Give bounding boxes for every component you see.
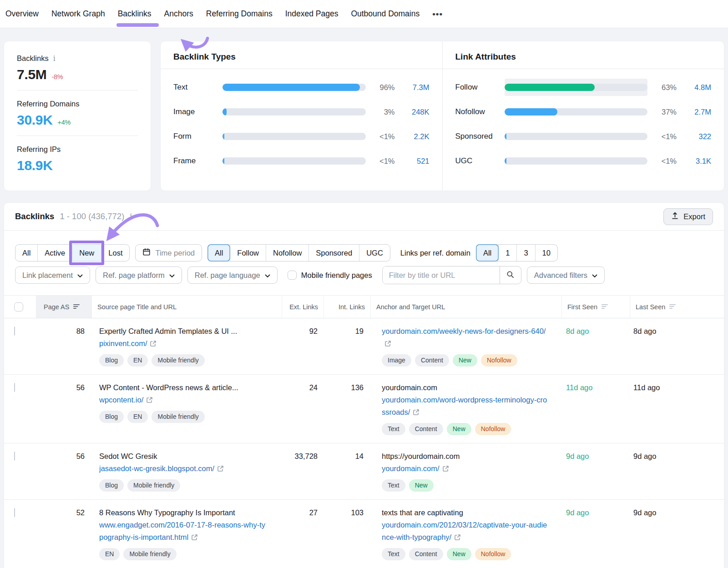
dropdown-ref-page-platform[interactable]: Ref. page platform — [96, 266, 182, 284]
filter-links-per-domain-10[interactable]: 10 — [535, 245, 557, 261]
filter-status-lost[interactable]: Lost — [101, 245, 129, 261]
bar-track — [505, 79, 648, 96]
export-button[interactable]: Export — [663, 208, 713, 225]
bar-value-link[interactable]: 4.8M — [677, 83, 711, 92]
chevron-down-icon — [592, 271, 597, 280]
mobile-friendly-checkbox[interactable] — [288, 271, 297, 280]
filter-follow-ugc[interactable]: UGC — [359, 245, 390, 261]
source-url-link[interactable]: pixinvent.com/ — [99, 339, 157, 347]
more-tabs-button[interactable]: ••• — [432, 9, 443, 19]
external-link-icon[interactable] — [217, 463, 224, 476]
external-link-icon[interactable] — [413, 407, 420, 419]
filter-status-new[interactable]: New — [72, 245, 101, 261]
dropdown-ref-page-language[interactable]: Ref. page language — [187, 266, 278, 284]
filter-status-active[interactable]: Active — [37, 245, 72, 261]
anchor-text: https://yourdomain.com — [382, 450, 551, 462]
target-url-link[interactable]: yourdomain.com/word-wordpress-terminolog… — [382, 396, 547, 416]
info-icon[interactable]: i — [53, 55, 56, 62]
stat-value: 7.5M-8% — [17, 67, 138, 82]
source-url-link[interactable]: wpcontent.io/ — [99, 396, 153, 404]
external-link-icon[interactable] — [454, 532, 461, 544]
target-url-link[interactable]: yourdomain.com/2012/03/12/captivate-your… — [382, 521, 547, 541]
bar-row-nofollow: Nofollow37%2.7M — [455, 100, 712, 124]
nav-tab-overview[interactable]: Overview — [5, 9, 39, 19]
row-checkbox[interactable] — [14, 508, 15, 517]
bar-value-link[interactable]: 248K — [395, 108, 430, 116]
filter-input[interactable] — [383, 266, 500, 284]
filter-follow-sponsored[interactable]: Sponsored — [308, 245, 359, 261]
bar-fill — [222, 84, 360, 91]
nav-tab-indexed-pages[interactable]: Indexed Pages — [285, 9, 339, 19]
tag-mobile-friendly: Mobile friendly — [152, 354, 204, 367]
backlink-types-header: Backlink Types — [161, 41, 442, 69]
source-url-link[interactable]: www.engadget.com/2016-07-17-8-reasons-wh… — [99, 521, 265, 541]
url-line: wpcontent.io/ — [99, 394, 269, 407]
source-url-link[interactable]: jasasedot-wc-gresik.blogspot.com/ — [99, 464, 224, 472]
stat-label: Referring IPs — [17, 145, 138, 154]
bar-value-link[interactable]: 7.3M — [395, 83, 430, 92]
filter-follow-nofollow[interactable]: Nofollow — [266, 245, 308, 261]
tag-new: New — [447, 423, 471, 435]
bar-value-link[interactable]: 322 — [677, 132, 711, 141]
filter-follow-follow[interactable]: Follow — [230, 245, 266, 261]
anchor-cell: yourdomain.comyourdomain.com/word-wordpr… — [370, 375, 561, 443]
table-row: 88Expertly Crafted Admin Templates & UI … — [4, 318, 724, 374]
export-label: Export — [683, 212, 705, 221]
bar-label: Form — [173, 132, 222, 141]
external-link-icon[interactable] — [150, 338, 157, 351]
source-tags: BlogENMobile friendly — [99, 354, 269, 367]
filter-links-per-domain-all[interactable]: All — [476, 244, 499, 261]
advanced-filters-button[interactable]: Advanced filters — [527, 266, 605, 284]
source-tags: BlogMobile friendly — [99, 479, 269, 492]
nav-tab-referring-domains[interactable]: Referring Domains — [206, 9, 273, 19]
external-link-icon[interactable] — [146, 395, 153, 407]
nav-tab-network-graph[interactable]: Network Graph — [51, 9, 105, 19]
row-checkbox[interactable] — [14, 452, 15, 461]
sort-icon[interactable] — [669, 303, 676, 311]
mobile-friendly-label: Mobile friendly pages — [301, 271, 372, 280]
backlinks-table: Page ASSource page Title and URLExt. Lin… — [4, 295, 724, 568]
sort-icon[interactable] — [602, 303, 608, 311]
bar-percent: 3% — [366, 108, 395, 116]
info-icon[interactable]: i — [130, 213, 132, 220]
bar-value-link[interactable]: 2.2K — [395, 132, 430, 141]
search-button[interactable] — [500, 266, 521, 284]
bar-value-link[interactable]: 521 — [395, 157, 430, 166]
stat-value: 18.9K — [17, 158, 138, 173]
bar-value-link[interactable]: 3.1K — [677, 157, 711, 166]
column-header-label: First Seen — [567, 303, 597, 311]
target-url-link[interactable]: yourdomain.com/weekly-news-for-designers… — [382, 327, 546, 347]
row-checkbox[interactable] — [14, 327, 15, 336]
source-title: Sedot WC Gresik — [99, 450, 269, 462]
nav-tab-backlinks[interactable]: Backlinks — [118, 9, 152, 19]
bar-percent: <1% — [366, 157, 395, 166]
nav-tab-outbound-domains[interactable]: Outbound Domains — [351, 9, 420, 19]
column-header-label: Source page Title and URL — [97, 303, 177, 311]
external-link-icon[interactable] — [442, 463, 449, 476]
filters-area: AllActiveNewLost Time period AllFollowNo… — [4, 231, 724, 284]
row-checkbox[interactable] — [14, 383, 15, 392]
select-all-checkbox[interactable] — [14, 302, 23, 312]
column-header-label: Ext. Links — [289, 303, 318, 311]
external-link-icon[interactable] — [191, 532, 198, 544]
source-tags: ENMobile friendly — [99, 548, 269, 560]
bar-fill — [505, 108, 557, 116]
filter-links-per-domain-3[interactable]: 3 — [516, 245, 535, 261]
time-period-button[interactable]: Time period — [135, 244, 202, 261]
bar-row-sponsored: Sponsored<1%322 — [455, 124, 712, 149]
external-link-icon[interactable] — [384, 338, 391, 351]
dropdown-link-placement[interactable]: Link placement — [15, 266, 90, 284]
filter-status-all[interactable]: All — [15, 245, 37, 261]
nav-tab-anchors[interactable]: Anchors — [164, 9, 193, 19]
dropdown-filters: Link placementRef. page platformRef. pag… — [15, 266, 278, 284]
bar-label: UGC — [455, 156, 505, 166]
filter-links-per-domain-1[interactable]: 1 — [498, 245, 516, 261]
target-url-link[interactable]: yourdomain.com/ — [382, 464, 449, 472]
bar-percent: <1% — [647, 157, 677, 166]
filter-follow-all[interactable]: All — [207, 244, 230, 261]
source-title: WP Content - WordPress news & article... — [99, 382, 269, 394]
bar-value-link[interactable]: 2.7M — [677, 108, 711, 116]
sort-icon[interactable] — [73, 303, 80, 311]
bar-track-bg — [505, 133, 648, 140]
search-icon — [506, 271, 514, 280]
